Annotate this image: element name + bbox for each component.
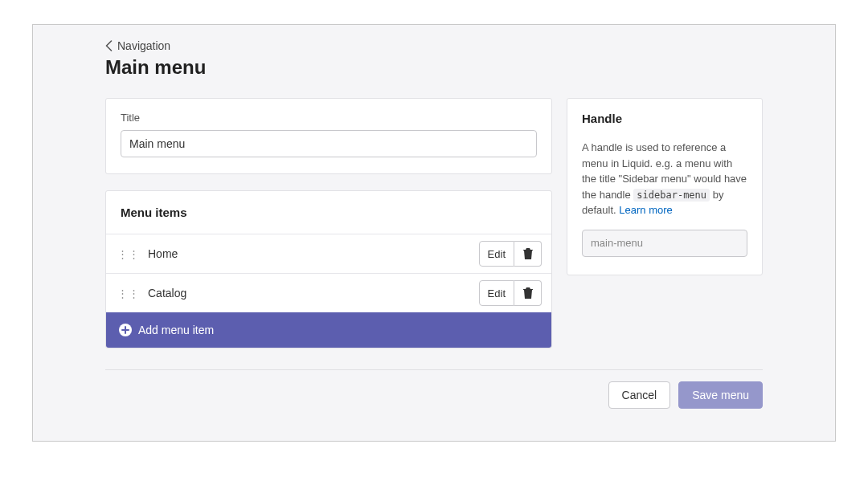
breadcrumb-back[interactable]: Navigation	[105, 39, 170, 52]
trash-icon	[522, 287, 534, 299]
handle-description: A handle is used to reference a menu in …	[582, 140, 747, 218]
menu-item-name: Home	[148, 247, 479, 260]
handle-heading: Handle	[582, 112, 747, 125]
edit-button[interactable]: Edit	[479, 280, 514, 306]
handle-input[interactable]	[582, 230, 747, 257]
menu-items-heading: Menu items	[106, 191, 551, 234]
title-card: Title	[105, 98, 552, 174]
delete-button[interactable]	[514, 241, 542, 267]
handle-card: Handle A handle is used to reference a m…	[567, 98, 763, 275]
trash-icon	[522, 247, 534, 260]
chevron-left-icon	[105, 40, 113, 51]
edit-button[interactable]: Edit	[479, 241, 514, 267]
drag-handle-icon[interactable]: ⋮⋮	[117, 249, 140, 259]
page-panel: Navigation Main menu Title Menu items ⋮⋮…	[32, 24, 836, 442]
breadcrumb-label: Navigation	[117, 39, 170, 52]
menu-item-name: Catalog	[148, 287, 479, 299]
add-menu-item-button[interactable]: Add menu item	[106, 312, 551, 348]
delete-button[interactable]	[514, 280, 542, 306]
handle-code-example: sidebar-menu	[633, 189, 710, 202]
menu-item-row: ⋮⋮ Home Edit	[106, 234, 551, 273]
menu-item-row: ⋮⋮ Catalog Edit	[106, 273, 551, 312]
footer-actions: Cancel Save menu	[105, 369, 763, 409]
learn-more-link[interactable]: Learn more	[619, 204, 672, 216]
save-menu-button[interactable]: Save menu	[678, 381, 763, 409]
title-label: Title	[121, 112, 537, 124]
drag-handle-icon[interactable]: ⋮⋮	[117, 288, 140, 299]
menu-items-card: Menu items ⋮⋮ Home Edit ⋮⋮ Catalog	[105, 190, 552, 348]
title-input[interactable]	[121, 130, 537, 157]
plus-circle-icon	[119, 324, 132, 336]
page-title: Main menu	[105, 56, 763, 79]
add-menu-item-label: Add menu item	[138, 324, 214, 336]
cancel-button[interactable]: Cancel	[608, 381, 671, 409]
